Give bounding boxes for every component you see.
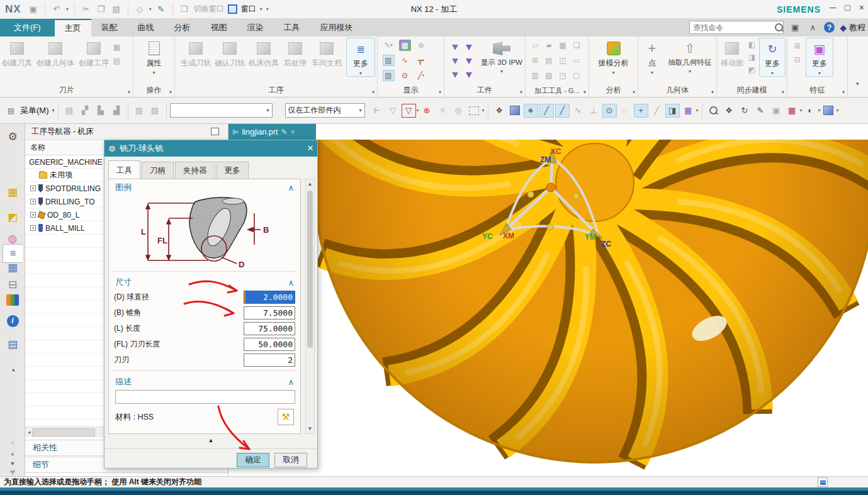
ok-button[interactable]: 确定 [237, 453, 269, 467]
minimize-button[interactable]: ─ [830, 3, 836, 13]
mtool-icon-12[interactable]: ▢ [571, 70, 583, 81]
description-input[interactable] [115, 390, 295, 404]
paste-icon[interactable]: ▤ [111, 4, 122, 15]
circle-target-icon[interactable]: ◎ [451, 104, 466, 118]
snap-quadrant-icon[interactable]: ○ [618, 104, 633, 118]
mtool-icon-1[interactable]: ▱ [529, 40, 541, 51]
tab-assembly[interactable]: 装配 [91, 19, 128, 36]
render-style-dropdown-icon[interactable]: ▾ [818, 108, 821, 113]
point-display-icon[interactable]: ⊙ [399, 70, 411, 81]
legend-section-header[interactable]: 图例∧ [109, 179, 300, 194]
properties-button[interactable]: 属性▾ [137, 38, 171, 75]
group-geometry-dropdown-icon[interactable]: ▾ [711, 89, 714, 95]
move-face-button[interactable]: 移动面 [718, 38, 746, 69]
edit-section-icon[interactable]: ✎ [753, 104, 768, 118]
rect-select-dropdown-icon[interactable]: ▾ [482, 108, 485, 113]
sketch-dropdown-icon[interactable]: ▾ [149, 6, 152, 12]
snap-arc-center-icon[interactable]: ⊙ [602, 104, 617, 118]
selection-filter-combo[interactable]: ▾ [170, 103, 273, 118]
point-button[interactable]: +点▾ [641, 38, 663, 75]
tab-analysis[interactable]: 分析 [164, 19, 201, 36]
find-command-input[interactable] [689, 21, 784, 34]
ipw-funnel-icon-3[interactable] [452, 58, 458, 64]
snap-filter-dropdown-icon[interactable]: ▾ [417, 108, 419, 113]
snap-midpoint-icon[interactable]: ╱ [555, 104, 570, 118]
properties-dropdown-icon[interactable]: ▾ [152, 70, 155, 75]
mtool-icon-2[interactable]: ▰ [543, 40, 555, 51]
fit-window-icon[interactable] [818, 477, 828, 487]
background-icon[interactable]: ▦ [785, 104, 799, 118]
cut-icon[interactable]: ✂ [81, 4, 92, 15]
pan-icon[interactable]: ❖ [722, 104, 736, 118]
dialog-tab-shank[interactable]: 刀柄 [142, 162, 174, 181]
tb-icon-5[interactable]: ▥ [132, 104, 147, 118]
mtool-icon-5[interactable]: ⊞ [529, 55, 541, 66]
html-report-icon[interactable]: ▤ [5, 336, 20, 352]
render-style-icon[interactable]: ◐ [803, 104, 818, 118]
expander-icon[interactable]: + [30, 212, 36, 218]
minimize-ribbon-icon[interactable]: ∧ [806, 21, 819, 34]
collapse-icon[interactable]: ∧ [288, 377, 294, 387]
collapse-icon[interactable]: ∧ [288, 278, 294, 287]
group-operation-dropdown-icon[interactable]: ▾ [169, 89, 172, 95]
snap-enable-icon[interactable]: ∗ [524, 104, 538, 118]
grid-snap-icon[interactable]: ▦ [681, 104, 696, 118]
help-icon[interactable]: ? [824, 22, 835, 33]
group-feature-dropdown-icon[interactable]: ▾ [842, 89, 845, 95]
blade-extra-icon-2[interactable]: ▤ [111, 55, 123, 67]
dialog-titlebar[interactable]: ⚙ 铣刀-球头铣 × [104, 140, 317, 157]
sync-icon-3[interactable]: ◩ [746, 64, 758, 75]
orient-view-dropdown-icon[interactable]: ▾ [837, 108, 839, 113]
display-tool-icon[interactable]: ✎▾ [383, 40, 395, 51]
mtool-icon-6[interactable]: ▤ [543, 55, 555, 66]
extract-geometry-button[interactable]: ⇧抽取几何特征▾ [663, 38, 716, 74]
hscroll-left-icon[interactable]: ◂ [28, 429, 31, 435]
mtool-icon-9[interactable]: ▥ [529, 70, 541, 81]
group-mtools-dropdown-icon[interactable]: ▾ [583, 89, 586, 95]
field-ball-diameter-input[interactable] [244, 291, 295, 304]
tutorial-button[interactable]: ◆教程 [840, 22, 865, 33]
clay-mode-icon[interactable]: ❖ [492, 104, 507, 118]
reuse-library-icon[interactable] [5, 292, 20, 308]
create-tool-button[interactable]: 创建刀具 [0, 38, 34, 69]
group-process-dropdown-icon[interactable]: ▾ [372, 89, 375, 95]
background-dropdown-icon[interactable]: ▾ [800, 108, 803, 113]
assembly-constraint-icon[interactable]: ⍟ [436, 104, 450, 118]
grid-snap-dropdown-icon[interactable]: ▾ [696, 108, 699, 113]
switch-window-icon[interactable]: ❒ [179, 4, 190, 15]
hscroll-thumb[interactable] [32, 428, 95, 437]
ipw-funnel-icon-5[interactable] [452, 72, 458, 78]
expander-icon[interactable]: + [30, 225, 36, 231]
ribbon-overflow-icon[interactable]: ▾ [856, 81, 859, 87]
process-more-button[interactable]: ≣更多▾ [346, 38, 375, 77]
orient-view-icon[interactable] [821, 104, 836, 118]
tb-icon-3[interactable]: ▙ [94, 104, 108, 118]
dialog-tab-more[interactable]: 更多 [217, 162, 249, 181]
reverse-filter-icon[interactable]: ▽ [386, 104, 400, 118]
draft-analysis-button[interactable]: 拔模分析▾ [594, 38, 634, 75]
selection-scope-combo[interactable]: 仅在工作部件内▾ [285, 103, 365, 118]
material-library-button[interactable]: ⚒ [278, 409, 294, 425]
object-display-icon[interactable]: ▦ [399, 40, 411, 51]
mill-tool-dialog[interactable]: ⚙ 铣刀-球头铣 × 工具 刀柄 夹持器 更多 图例∧ [104, 140, 318, 469]
tab-home[interactable]: 主页 [55, 19, 91, 36]
mtool-icon-11[interactable]: ◳ [557, 70, 569, 81]
snap-pole-icon[interactable]: ⊥ [587, 104, 601, 118]
zoom-window-icon[interactable] [706, 104, 721, 118]
hatch-display-toggle-icon[interactable]: ▨ [383, 70, 395, 81]
window-style-swatch[interactable] [228, 4, 237, 14]
window-menu-label[interactable]: 窗口 [241, 4, 256, 14]
machine-tool-navigator-icon[interactable]: ▦ [5, 260, 20, 275]
cancel-button[interactable]: 取消 [274, 453, 307, 467]
shop-documentation-button[interactable]: 车间文档 [310, 38, 344, 69]
graphics-viewport[interactable]: ⊫ lingjian.prt ✎ × [228, 124, 868, 476]
show-center-icon[interactable]: ⊕ [415, 40, 427, 51]
tab-render[interactable]: 渲染 [237, 19, 274, 36]
dimensions-section-header[interactable]: 尺寸∧ [109, 274, 300, 289]
ipw-funnel-icon-1[interactable] [452, 45, 458, 50]
assembly-navigator-icon[interactable]: ▦ [5, 184, 20, 199]
generate-toolpath-button[interactable]: 生成刀轨 [179, 38, 213, 69]
layer-icon[interactable]: ▣ [769, 104, 784, 118]
navigator-float-icon[interactable] [211, 128, 219, 135]
mtool-icon-7[interactable]: ◫ [557, 55, 569, 66]
